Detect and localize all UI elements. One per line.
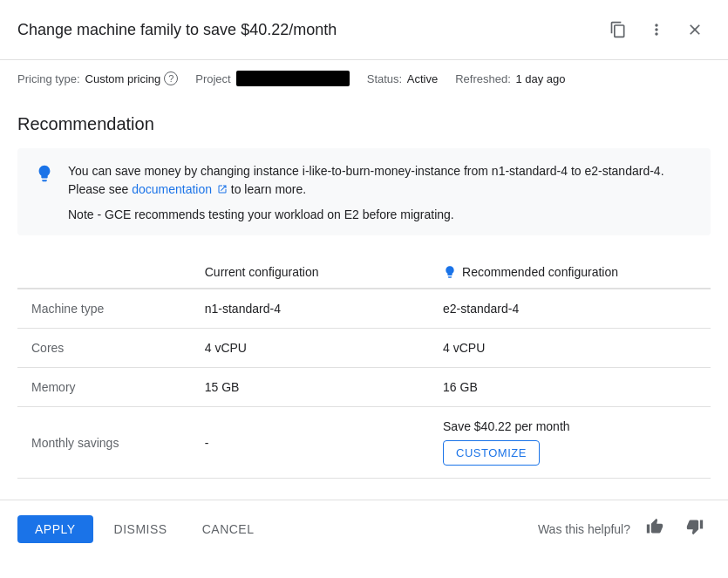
row-label: Machine type: [17, 289, 191, 329]
row-recommended: Save $40.22 per monthCUSTOMIZE: [429, 407, 711, 479]
recommended-bulb-icon: [443, 265, 457, 279]
refreshed-label: Refreshed:: [455, 72, 511, 85]
external-link-icon: [217, 184, 228, 194]
row-current: n1-standard-4: [191, 289, 429, 329]
more-vert-button[interactable]: [641, 14, 672, 45]
project-value: [236, 71, 350, 86]
thumbs-down-button[interactable]: [679, 514, 711, 543]
project-info: Project: [195, 71, 349, 86]
pricing-info: Pricing type: Custom pricing ?: [17, 71, 178, 85]
recommendation-info-box: You can save money by changing instance …: [17, 148, 711, 235]
status-label: Status:: [367, 72, 402, 85]
pricing-label: Pricing type:: [17, 72, 80, 85]
helpful-section: Was this helpful?: [538, 514, 711, 543]
dialog-header: Change machine family to save $40.22/mon…: [0, 0, 728, 60]
copy-button[interactable]: [602, 14, 634, 45]
row-label: Monthly savings: [17, 407, 191, 479]
status-info: Status: Active: [367, 72, 439, 85]
table-row: Monthly savings-Save $40.22 per monthCUS…: [17, 407, 711, 479]
refreshed-info: Refreshed: 1 day ago: [455, 72, 565, 85]
row-current: 4 vCPU: [191, 329, 429, 368]
row-label: Memory: [17, 368, 191, 407]
project-label: Project: [195, 72, 230, 85]
footer: APPLY DISMISS CANCEL Was this helpful?: [0, 500, 728, 557]
thumbs-up-button[interactable]: [639, 514, 670, 543]
helpful-label: Was this helpful?: [538, 522, 630, 536]
table-row: Cores4 vCPU4 vCPU: [17, 329, 711, 368]
dialog-title: Change machine family to save $40.22/mon…: [17, 21, 602, 39]
main-content: Recommendation You can save money by cha…: [0, 97, 728, 479]
info-content: You can save money by changing instance …: [68, 162, 693, 221]
info-note: Note - GCE recommends testing your workl…: [68, 207, 693, 221]
thumbs-up-icon: [646, 518, 663, 535]
refreshed-value: 1 day ago: [515, 72, 565, 85]
row-current: 15 GB: [191, 368, 429, 407]
table-body: Machine typen1-standard-4e2-standard-4Co…: [17, 289, 711, 479]
row-recommended: e2-standard-4: [429, 289, 711, 329]
pricing-value: Custom pricing: [85, 72, 161, 85]
info-text-after: to learn more.: [231, 182, 306, 196]
dismiss-button[interactable]: DISMISS: [100, 515, 181, 543]
cancel-button[interactable]: CANCEL: [188, 515, 269, 543]
apply-button[interactable]: APPLY: [17, 515, 93, 543]
row-recommended: 4 vCPU: [429, 329, 711, 368]
thumbs-down-icon: [686, 518, 704, 535]
row-current: -: [191, 407, 429, 479]
savings-text: Save $40.22 per month: [443, 419, 697, 433]
col-current-header: Current configuration: [191, 256, 429, 289]
config-table: Current configuration Recommended config…: [17, 256, 711, 479]
col-label-header: [17, 256, 191, 289]
documentation-link[interactable]: documentation: [132, 182, 231, 196]
status-value: Active: [407, 72, 438, 85]
row-label: Cores: [17, 329, 191, 368]
table-row: Machine typen1-standard-4e2-standard-4: [17, 289, 711, 329]
row-recommended: 16 GB: [429, 368, 711, 407]
section-title: Recommendation: [17, 114, 711, 134]
help-icon[interactable]: ?: [164, 71, 178, 85]
table-row: Memory15 GB16 GB: [17, 368, 711, 407]
info-main-text: You can save money by changing instance …: [68, 162, 693, 199]
lightbulb-icon: [35, 164, 54, 221]
header-icons: [602, 14, 711, 45]
customize-button[interactable]: CUSTOMIZE: [443, 440, 540, 466]
table-header-row: Current configuration Recommended config…: [17, 256, 711, 289]
recommended-header-content: Recommended configuration: [443, 265, 697, 279]
col-recommended-header: Recommended configuration: [429, 256, 711, 289]
close-button[interactable]: [679, 14, 711, 45]
meta-bar: Pricing type: Custom pricing ? Project S…: [0, 60, 728, 97]
